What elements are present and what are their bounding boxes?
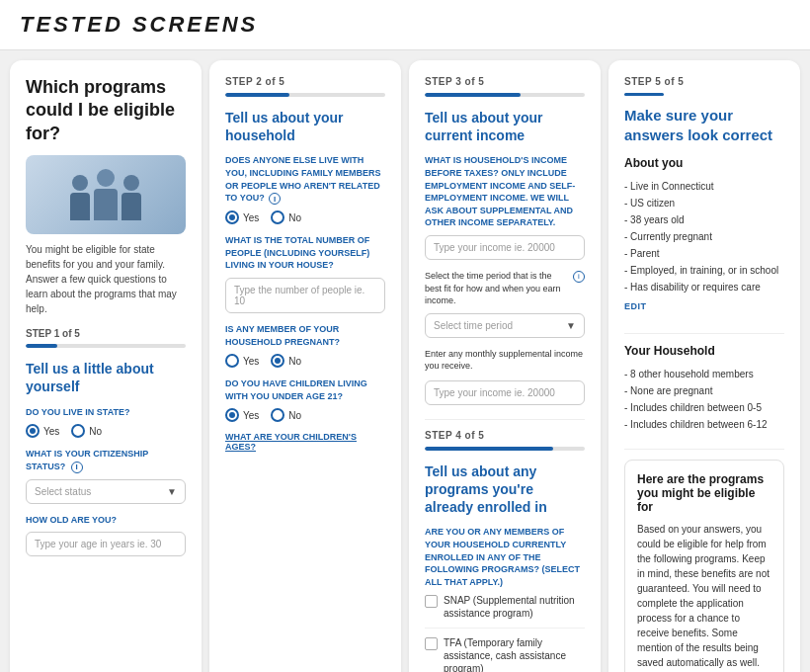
screen1-no-option[interactable]: No — [71, 424, 102, 438]
about-item-2: - US citizen — [624, 195, 784, 211]
person2-head — [97, 169, 115, 187]
screen2-pregnant-yes-radio[interactable] — [225, 354, 239, 368]
screen3-income-placeholder: Type your income ie. 20000 — [434, 242, 555, 253]
screen2-no-option[interactable]: No — [271, 210, 301, 224]
screen2-pregnant-yes[interactable]: Yes — [225, 354, 259, 368]
screen2-q4-label: DO YOU HAVE CHILDREN LIVING WITH YOU UND… — [225, 378, 385, 402]
step4-label: STEP 4 of 5 — [425, 430, 585, 441]
household-item-4: - Includes children between 6-12 — [624, 416, 784, 433]
screen4-programs-list: SNAP (Supplemental nutrition assistance … — [425, 594, 585, 672]
screen2-pregnant-yes-label: Yes — [243, 356, 259, 367]
screen3-supplemental-input[interactable]: Type your income ie. 20000 — [425, 380, 585, 405]
screen3-supplemental-label: Enter any monthly supplemental income yo… — [425, 348, 585, 373]
person2-body — [94, 189, 118, 220]
screen-2: STEP 2 of 5 Tell us about your household… — [209, 60, 401, 672]
screen2-children-yes[interactable]: Yes — [225, 408, 259, 422]
step3-label: STEP 3 of 5 — [425, 76, 585, 87]
step5-label: STEP 5 of 5 — [624, 76, 784, 87]
page-header: TESTED SCREENS — [0, 0, 810, 50]
step1-bar — [26, 344, 186, 348]
screen2-children-no[interactable]: No — [271, 408, 301, 422]
step4-bar-fill — [425, 447, 553, 451]
children-ages-question[interactable]: WHAT ARE YOUR CHILDREN'S AGES? — [225, 432, 385, 452]
screen2-children-no-radio[interactable] — [271, 408, 284, 422]
screen3-income-input[interactable]: Type your income ie. 20000 — [425, 235, 585, 260]
screen1-yes-option[interactable]: Yes — [26, 424, 59, 438]
screen1-age-placeholder: Type your age in years ie. 30 — [35, 539, 161, 549]
citizenship-info-icon: i — [71, 462, 83, 473]
person3-head — [123, 175, 139, 191]
screen3-time-period-label: Select the time period that is the best … — [425, 270, 569, 307]
screen1-no-radio[interactable] — [71, 424, 85, 438]
screen4-section: STEP 4 of 5 Tell us about any programs y… — [425, 419, 585, 672]
screen5-title: Make sure your answers look correct — [624, 106, 784, 144]
screens-container: Which programs could I be eligible for? … — [0, 50, 810, 672]
screen2-number-input[interactable]: Type the number of people ie. 10 — [225, 278, 385, 313]
about-item-5: - Parent — [624, 245, 784, 262]
screen2-number-placeholder: Type the number of people ie. 10 — [234, 285, 364, 306]
screen2-q1-options: Yes No — [225, 210, 385, 224]
screen2-q3-options: Yes No — [225, 354, 385, 368]
edit-link[interactable]: EDIT — [624, 301, 784, 311]
screen2-q3-label: IS ANY MEMBER OF YOUR HOUSEHOLD PREGNANT… — [225, 323, 385, 348]
screen3-time-placeholder: Select time period — [434, 320, 513, 331]
programs-eligible-section: Here are the programs you might be eligi… — [624, 460, 784, 672]
screen2-pregnant-no-radio[interactable] — [271, 354, 284, 368]
time-period-info-icon: i — [573, 271, 585, 283]
screen-5: STEP 5 of 5 Make sure your answers look … — [608, 60, 800, 672]
step5-divider — [624, 93, 664, 96]
program-checkbox-2[interactable] — [425, 637, 438, 650]
person1-body — [70, 193, 90, 220]
program-checkbox-1[interactable] — [425, 595, 438, 608]
screen1-age-input[interactable]: Type your age in years ie. 30 — [26, 532, 186, 556]
screen3-q1-label: WHAT IS HOUSEHOLD'S INCOME BEFORE TAXES?… — [425, 154, 585, 229]
screen1-title: Which programs could I be eligible for? — [26, 76, 186, 145]
screen1-status-placeholder: Select status — [35, 486, 91, 497]
screen2-section-title: Tell us about your household — [225, 109, 385, 144]
screen2-children-yes-radio[interactable] — [225, 408, 239, 422]
step3-bar — [425, 93, 585, 97]
illustration — [66, 165, 145, 224]
person3 — [122, 175, 141, 220]
about-item-4: - Currently pregnant — [624, 228, 784, 245]
screen3-supplemental-placeholder: Type your income ie. 20000 — [434, 387, 555, 398]
about-list: - Live in Connecticut - US citizen - 38 … — [624, 178, 784, 295]
screen4-section-title: Tell us about any programs you're alread… — [425, 462, 585, 517]
screen2-yes-option[interactable]: Yes — [225, 210, 259, 224]
screen1-status-chevron: ▼ — [167, 486, 177, 497]
person2 — [94, 169, 118, 220]
screen1-yes-radio[interactable] — [26, 424, 40, 438]
step1-bar-fill — [26, 344, 57, 348]
person3-body — [122, 193, 141, 220]
screen1-q2-text: WHAT IS YOUR CITIZENSHIP STATUS? — [26, 449, 148, 471]
screen1-q2-label: WHAT IS YOUR CITIZENSHIP STATUS? i — [26, 448, 186, 473]
household-info-icon: i — [269, 193, 281, 205]
program-label-2: TFA (Temporary family assistance, cash a… — [444, 636, 585, 672]
screen1-section-title: Tell us a little about yourself — [26, 360, 186, 395]
screen2-children-no-label: No — [288, 410, 301, 421]
screen1-image — [26, 155, 186, 234]
screen1-yes-label: Yes — [43, 426, 59, 437]
screen1-status-select[interactable]: Select status ▼ — [26, 479, 186, 504]
screen3-time-chevron: ▼ — [566, 320, 576, 331]
step4-bar — [425, 447, 585, 451]
screen3-time-period-info: Select the time period that is the best … — [425, 270, 585, 307]
programs-eligible-desc: Based on your answers, you could be elig… — [637, 522, 771, 670]
screen2-no-radio[interactable] — [271, 210, 284, 224]
screen2-pregnant-no[interactable]: No — [271, 354, 301, 368]
about-item-6: - Employed, in training, or in school — [624, 262, 784, 279]
screen1-q1-options: Yes No — [26, 424, 186, 438]
screen2-yes-radio[interactable] — [225, 210, 239, 224]
screen2-no-label: No — [288, 212, 301, 223]
program-item-1: SNAP (Supplemental nutrition assistance … — [425, 594, 585, 629]
screen1-desc: You might be eligible for state benefits… — [26, 242, 186, 316]
step3-bar-fill — [425, 93, 521, 97]
person1 — [70, 175, 90, 220]
screen3-time-select[interactable]: Select time period ▼ — [425, 313, 585, 338]
program-label-1: SNAP (Supplemental nutrition assistance … — [444, 594, 585, 620]
step2-label: STEP 2 of 5 — [225, 76, 385, 87]
screen2-children-yes-label: Yes — [243, 410, 259, 421]
screen2-q1-label: DOES ANYONE ELSE LIVE WITH YOU, INCLUDIN… — [225, 154, 385, 205]
about-item-3: - 38 years old — [624, 211, 784, 228]
programs-eligible-title: Here are the programs you might be eligi… — [637, 472, 771, 514]
